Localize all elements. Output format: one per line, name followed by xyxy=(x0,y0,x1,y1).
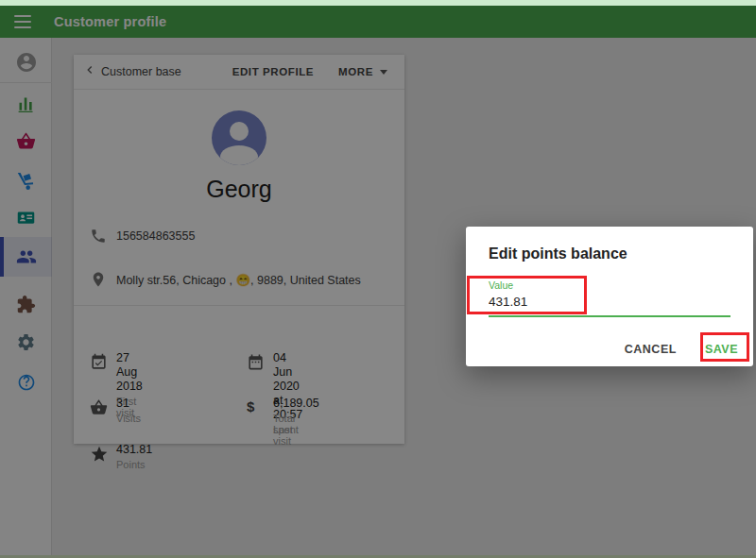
dialog-title: Edit points balance xyxy=(489,245,627,262)
annotation-box-value-field xyxy=(467,276,587,314)
cancel-button[interactable]: CANCEL xyxy=(625,343,677,356)
top-edge-strip xyxy=(0,0,756,6)
annotation-box-save-button xyxy=(700,332,749,362)
